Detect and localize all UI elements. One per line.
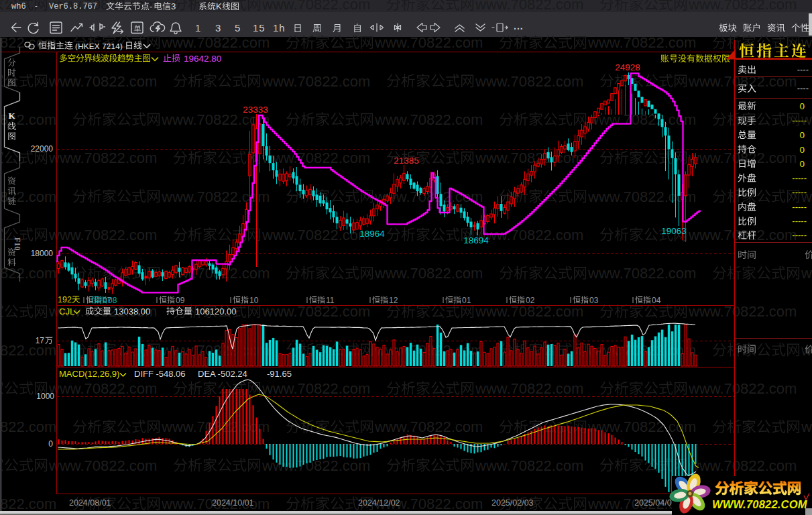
svg-text:WWW.70822.COM: WWW.70822.COM [712,498,808,510]
svg-text:----: ---- [797,64,809,74]
svg-text:21385: 21385 [394,156,419,166]
svg-text:www.70822.com: www.70822.com [475,150,583,166]
svg-text:www.70822.com: www.70822.com [587,34,696,51]
svg-text:www.70822.com: www.70822.com [688,380,797,397]
svg-text:www.70822.com: www.70822.com [587,265,696,282]
svg-text:13038.00: 13038.00 [114,306,150,317]
svg-text:-----: ----- [792,187,807,197]
svg-text:-: - [150,1,152,11]
svg-text:10: 10 [249,296,259,305]
svg-text:www.70822.com: www.70822.com [688,303,797,320]
svg-text:24928: 24928 [615,62,640,72]
svg-text:www.70822.com: www.70822.com [475,303,583,320]
svg-text:12: 12 [389,296,398,305]
svg-text:02: 02 [526,296,535,305]
svg-text:www.70822.com: www.70822.com [374,265,483,282]
svg-text:www.70822.com: www.70822.com [475,457,583,474]
svg-text:www.70822.com: www.70822.com [161,188,270,205]
svg-text:192: 192 [58,295,72,304]
svg-text:18694: 18694 [463,235,489,245]
svg-text:2025/04/01: 2025/04/01 [634,498,677,508]
svg-text:F10: F10 [13,237,22,250]
svg-text:www.70822.com: www.70822.com [262,380,370,397]
svg-text:04: 04 [652,296,661,305]
svg-text:DEA -502.24: DEA -502.24 [198,369,247,379]
svg-text:www.70822.com: www.70822.com [0,34,56,51]
svg-text:03: 03 [589,296,599,305]
svg-text:www.70822.com: www.70822.com [475,380,583,397]
svg-text:0: 0 [799,145,805,155]
svg-text:-----: ----- [792,216,807,226]
svg-text:0: 0 [799,101,805,111]
svg-text:www.70822.com: www.70822.com [475,73,583,90]
svg-text:-91.65: -91.65 [267,369,292,379]
svg-text:22000: 22000 [31,144,54,154]
svg-text:www.70822.com: www.70822.com [161,34,270,51]
svg-text:www.70822.com: www.70822.com [688,0,797,13]
svg-text:1h: 1h [273,22,286,34]
svg-text:www.70822.com: www.70822.com [48,457,157,474]
svg-text:www.70822.com: www.70822.com [0,342,56,359]
svg-text:0: 0 [48,439,53,449]
svg-text:www.70822.com: www.70822.com [0,496,56,512]
svg-text:www.70822.com: www.70822.com [374,418,483,435]
svg-text:www.70822.com: www.70822.com [374,34,483,51]
svg-text:15: 15 [253,22,266,34]
svg-text:www.70822.com: www.70822.com [0,418,56,435]
svg-text:-----: ----- [792,230,807,240]
svg-text:CJL: CJL [59,306,74,317]
svg-text:18000: 18000 [31,249,54,258]
svg-text:2024/12/02: 2024/12/02 [358,498,400,508]
svg-text:www.70822.com: www.70822.com [475,0,583,13]
svg-text:www.70822.com: www.70822.com [262,457,370,474]
svg-text:www.70822.com: www.70822.com [48,73,157,90]
svg-text:19063: 19063 [661,226,687,236]
svg-text:www.70822.com: www.70822.com [688,227,797,243]
svg-text:5: 5 [235,22,241,34]
svg-text:www.70822.com: www.70822.com [0,188,56,205]
svg-text:0: 0 [799,130,805,140]
svg-text:19642.80: 19642.80 [184,54,221,64]
svg-text:106120.00: 106120.00 [195,306,236,317]
svg-text:2024/10/01: 2024/10/01 [212,498,254,508]
svg-text:www.70822.com: www.70822.com [48,227,157,243]
svg-text:23333: 23333 [243,105,268,115]
svg-text:17: 17 [36,336,45,345]
svg-text:www.70822.com: www.70822.com [262,73,370,90]
svg-text:...: ... [514,21,524,32]
svg-text:08: 08 [108,296,117,305]
svg-text:K: K [8,111,15,121]
svg-text:www.70822.com: www.70822.com [262,0,370,13]
svg-text:www.70822.com: www.70822.com [374,111,483,128]
svg-text:DIFF -548.06: DIFF -548.06 [134,369,186,379]
svg-text:www.70822.com: www.70822.com [688,457,797,474]
svg-text:-----: ----- [792,173,807,183]
svg-text:www.70822.com: www.70822.com [48,150,157,166]
svg-text:www.70822.com: www.70822.com [475,227,583,243]
svg-text:2024/08/01: 2024/08/01 [69,498,111,508]
svg-text:www.70822.com: www.70822.com [801,34,812,51]
svg-text:-----: ----- [792,115,807,125]
svg-text:18964: 18964 [359,229,385,239]
svg-text:1: 1 [195,22,201,34]
svg-text:3: 3 [215,22,221,34]
svg-text:MACD(12,26,9): MACD(12,26,9) [59,369,119,379]
svg-text:1000: 1000 [36,392,54,401]
svg-text:Ver6.8.767: Ver6.8.767 [49,2,97,11]
svg-text:09: 09 [176,296,185,305]
svg-text:www.70822.com: www.70822.com [48,380,157,397]
svg-text:www.70822.com: www.70822.com [262,303,370,320]
svg-text:11: 11 [326,296,335,305]
svg-text:01: 01 [462,296,471,305]
svg-text:2025/02/03: 2025/02/03 [491,498,534,508]
svg-text:www.70822.com: www.70822.com [0,265,56,282]
svg-text:www.70822.com: www.70822.com [801,265,812,282]
svg-text:www.70822.com: www.70822.com [688,150,797,166]
svg-text:-----: ----- [792,202,807,212]
svg-text:-: - [35,1,38,11]
svg-text:----: ---- [797,83,809,93]
svg-text:(HKEX 7214): (HKEX 7214) [75,42,123,50]
svg-text:0: 0 [799,159,805,169]
svg-text:3: 3 [171,1,176,11]
svg-text:www.70822.com: www.70822.com [801,418,812,435]
